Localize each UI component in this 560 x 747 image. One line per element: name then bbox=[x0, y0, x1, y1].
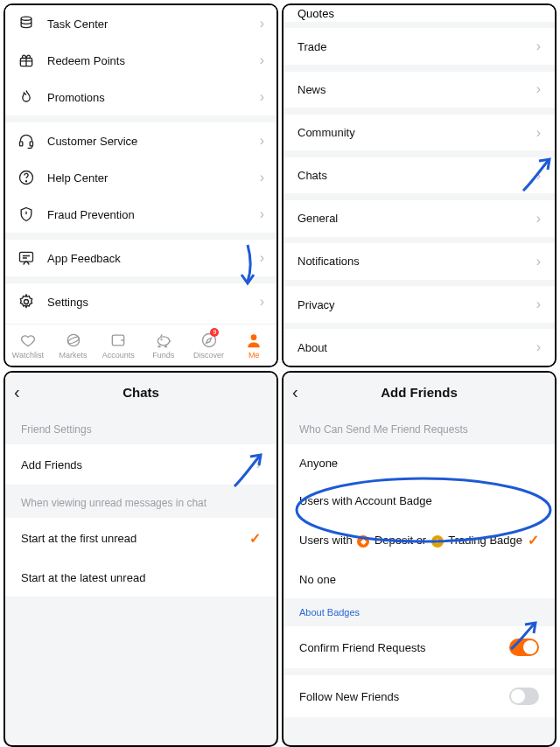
row-label: Quotes bbox=[298, 7, 334, 20]
tab-discover[interactable]: 9 Discover bbox=[186, 325, 232, 366]
chevron-right-icon: › bbox=[536, 254, 541, 269]
row-quotes[interactable]: Quotes bbox=[284, 5, 555, 22]
row-label: Fraud Prevention bbox=[47, 208, 260, 221]
svg-point-0 bbox=[21, 17, 32, 20]
tab-funds[interactable]: Funds bbox=[141, 325, 186, 366]
page-title: Add Friends bbox=[313, 385, 546, 400]
svg-point-11 bbox=[158, 336, 169, 345]
chevron-right-icon: › bbox=[260, 206, 264, 222]
tab-label: Discover bbox=[193, 351, 224, 360]
row-label: Promotions bbox=[47, 91, 260, 104]
gift-icon bbox=[18, 52, 35, 69]
row-add-friends[interactable]: Add Friends › bbox=[5, 444, 276, 485]
toggle-confirm-requests[interactable] bbox=[509, 639, 539, 656]
section-unread: When viewing unread messages in chat bbox=[5, 485, 276, 518]
row-label: Customer Service bbox=[47, 135, 260, 148]
chevron-right-icon: › bbox=[536, 297, 541, 312]
tab-accounts[interactable]: Accounts bbox=[95, 325, 141, 366]
svg-point-12 bbox=[161, 339, 162, 339]
row-follow-new-friends: Follow New Friends bbox=[284, 675, 555, 717]
shield-icon bbox=[18, 206, 35, 223]
row-fraud-prevention[interactable]: Fraud Prevention › bbox=[5, 196, 276, 233]
headset-icon bbox=[18, 132, 35, 150]
row-promotions[interactable]: Promotions › bbox=[5, 79, 276, 115]
tab-label: Me bbox=[248, 351, 260, 360]
page-title: Chats bbox=[35, 385, 268, 400]
toggle-follow-new-friends[interactable] bbox=[509, 688, 539, 705]
row-label: Redeem Points bbox=[47, 54, 260, 67]
screen-header: ‹ Add Friends bbox=[284, 373, 555, 411]
row-community[interactable]: Community› bbox=[284, 115, 555, 151]
back-button[interactable]: ‹ bbox=[14, 382, 35, 402]
row-general[interactable]: General› bbox=[284, 200, 555, 237]
tab-watchlist[interactable]: Watchlist bbox=[5, 325, 51, 366]
opt-account-badge[interactable]: Users with Account Badge bbox=[284, 482, 555, 520]
row-news[interactable]: News› bbox=[284, 72, 555, 108]
svg-point-14 bbox=[251, 334, 257, 340]
opt-deposit-trading-badge[interactable]: Users with ◆ Deposit or ✦ Trading Badge … bbox=[284, 520, 555, 561]
row-trade[interactable]: Trade› bbox=[284, 28, 555, 65]
notification-badge: 9 bbox=[210, 328, 219, 337]
tab-markets[interactable]: Markets bbox=[51, 325, 96, 366]
feedback-icon bbox=[18, 249, 35, 267]
chevron-right-icon: › bbox=[260, 16, 264, 31]
section-who-can-send: Who Can Send Me Friend Requests bbox=[284, 411, 555, 444]
checkmark-icon: ✓ bbox=[249, 530, 261, 547]
row-label: Notifications bbox=[298, 255, 536, 268]
row-label: Add Friends bbox=[21, 458, 256, 471]
row-label: Confirm Friend Requests bbox=[299, 641, 509, 654]
row-label: Follow New Friends bbox=[299, 690, 509, 703]
opt-no-one[interactable]: No one bbox=[284, 561, 555, 598]
row-label: App Feedback bbox=[47, 252, 260, 265]
tab-label: Watchlist bbox=[12, 351, 44, 360]
row-chats[interactable]: Chats› bbox=[284, 157, 555, 194]
panel-add-friends: ‹ Add Friends Who Can Send Me Friend Req… bbox=[282, 371, 556, 747]
opt-latest-unread[interactable]: Start at the latest unread bbox=[5, 559, 276, 597]
row-customer-service[interactable]: Customer Service › bbox=[5, 122, 276, 159]
row-label: Community bbox=[298, 126, 536, 139]
section-friend-settings: Friend Settings bbox=[5, 411, 276, 444]
row-label: Trade bbox=[298, 40, 536, 53]
chevron-right-icon: › bbox=[536, 38, 541, 54]
opt-anyone[interactable]: Anyone bbox=[284, 444, 555, 482]
row-label: About bbox=[298, 341, 536, 354]
row-label: Chats bbox=[298, 169, 536, 182]
link-about-badges[interactable]: About Badges bbox=[284, 598, 555, 626]
svg-point-5 bbox=[26, 181, 27, 182]
opt-label: Users with ◆ Deposit or ✦ Trading Badge bbox=[299, 534, 528, 548]
row-settings[interactable]: Settings › bbox=[5, 283, 276, 320]
back-button[interactable]: ‹ bbox=[292, 382, 313, 402]
flame-icon bbox=[18, 88, 35, 106]
row-privacy[interactable]: Privacy› bbox=[284, 286, 555, 323]
chevron-right-icon: › bbox=[260, 133, 264, 149]
row-confirm-friend-requests: Confirm Friend Requests bbox=[284, 626, 555, 668]
row-label: Task Center bbox=[47, 17, 260, 31]
row-app-feedback[interactable]: App Feedback › bbox=[5, 240, 276, 276]
row-label: News bbox=[298, 83, 536, 96]
question-icon bbox=[18, 169, 35, 186]
tab-label: Markets bbox=[60, 351, 88, 360]
chevron-right-icon: › bbox=[260, 52, 264, 68]
opt-label: No one bbox=[299, 573, 539, 586]
tab-me[interactable]: Me bbox=[231, 325, 276, 366]
row-label: Settings bbox=[47, 296, 260, 309]
row-about[interactable]: About› bbox=[284, 329, 555, 366]
opt-label: Users with Account Badge bbox=[299, 494, 539, 507]
chevron-right-icon: › bbox=[536, 339, 541, 355]
chevron-right-icon: › bbox=[260, 89, 264, 105]
row-label: General bbox=[298, 212, 536, 225]
opt-label: Anyone bbox=[299, 457, 539, 470]
tab-label: Funds bbox=[152, 351, 174, 360]
row-notifications[interactable]: Notifications› bbox=[284, 243, 555, 280]
tab-label: Accounts bbox=[102, 351, 135, 360]
row-task-center[interactable]: Task Center › bbox=[5, 5, 276, 42]
panel-me-menu: Task Center › Redeem Points › Promotions… bbox=[4, 3, 278, 367]
row-redeem-points[interactable]: Redeem Points › bbox=[5, 42, 276, 79]
opt-first-unread[interactable]: Start at the first unread ✓ bbox=[5, 518, 276, 559]
chevron-right-icon: › bbox=[260, 250, 264, 266]
svg-rect-2 bbox=[20, 142, 23, 146]
stack-icon bbox=[18, 15, 35, 32]
trading-badge-icon: ✦ bbox=[431, 535, 444, 548]
row-help-center[interactable]: Help Center › bbox=[5, 159, 276, 196]
bottom-tabbar: Watchlist Markets Accounts Funds 9 Disco… bbox=[5, 324, 276, 366]
